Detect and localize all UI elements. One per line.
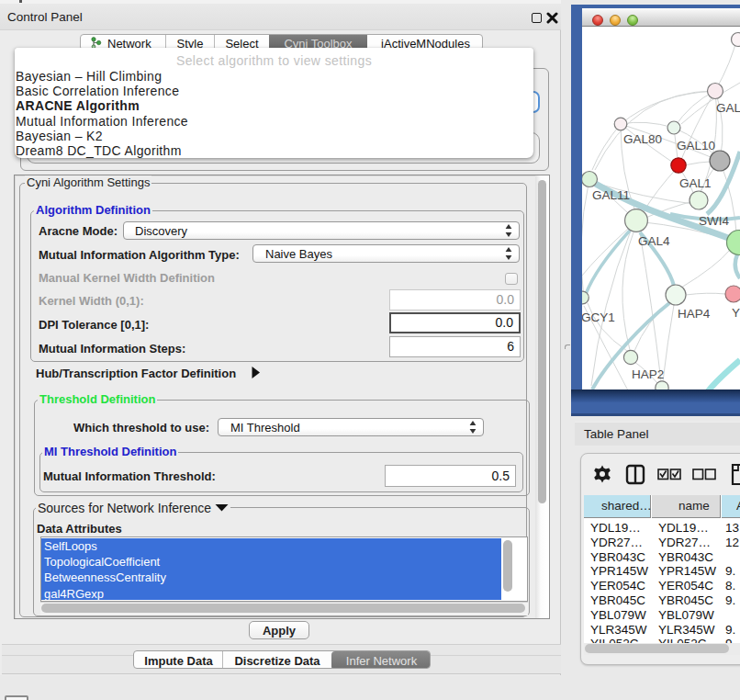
svg-text:GCY1: GCY1 — [582, 310, 615, 324]
svg-text:GAL4: GAL4 — [638, 234, 670, 248]
svg-text:SWI4: SWI4 — [699, 214, 729, 228]
svg-text:GAL10: GAL10 — [677, 139, 715, 152]
svg-text:HAP4: HAP4 — [678, 307, 711, 321]
svg-text:GAL7: GAL7 — [716, 101, 740, 115]
svg-text:HAP2: HAP2 — [632, 367, 664, 381]
svg-text:GAL80: GAL80 — [623, 132, 662, 146]
svg-text:GAL1: GAL1 — [679, 176, 712, 190]
svg-text:GAL11: GAL11 — [592, 188, 630, 202]
svg-text:YM: YM — [732, 306, 740, 320]
